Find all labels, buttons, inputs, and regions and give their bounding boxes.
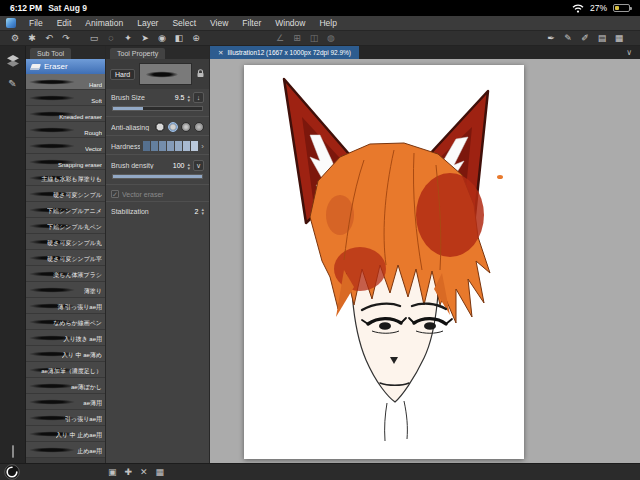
canvas[interactable] bbox=[244, 65, 524, 459]
subtool-item-label: 入り抜き ae用 bbox=[63, 335, 102, 344]
guide-icon[interactable]: ◍ bbox=[324, 32, 338, 45]
menu-item[interactable]: Window bbox=[268, 16, 312, 31]
workspace-icon[interactable]: ▦ bbox=[612, 32, 626, 45]
subtool-item-label: Rough bbox=[84, 130, 102, 136]
subtool-item-label: 入り 中 止めae用 bbox=[56, 431, 102, 440]
brush-density-stepper[interactable]: ▴▾ bbox=[187, 162, 190, 170]
clip-studio-logo-icon[interactable] bbox=[6, 18, 16, 28]
edge-toolbar: ✎ bbox=[0, 46, 26, 463]
subtool-item[interactable]: Hard bbox=[26, 74, 105, 90]
wrench-icon[interactable]: ⚙ bbox=[8, 32, 22, 45]
menu-item[interactable]: Filter bbox=[235, 16, 268, 31]
palette-grid-icon[interactable]: ▦ bbox=[156, 464, 165, 480]
subtool-item[interactable]: Rough bbox=[26, 122, 105, 138]
canvas-area[interactable] bbox=[210, 59, 640, 463]
object-move-icon[interactable]: ➤ bbox=[138, 32, 152, 45]
brush-size-slider[interactable] bbox=[112, 106, 203, 111]
hardness-expand-icon[interactable]: › bbox=[201, 142, 204, 151]
subtool-item[interactable]: なめらか線画ペン bbox=[26, 314, 105, 330]
subtool-item[interactable]: Vector bbox=[26, 138, 105, 154]
delete-subtool-icon[interactable]: ✕ bbox=[140, 464, 148, 480]
stabilization-stepper[interactable]: ▴▾ bbox=[201, 207, 204, 215]
clip-studio-paint-app: 6:12 PM Sat Aug 9 27% FileEditAnimationL… bbox=[0, 0, 640, 480]
menu-item[interactable]: Help bbox=[312, 16, 343, 31]
symmetry-icon[interactable]: ◫ bbox=[307, 32, 321, 45]
vector-eraser-checkbox[interactable]: ✓ bbox=[111, 190, 119, 198]
menu-item[interactable]: Layer bbox=[130, 16, 165, 31]
pencil-icon[interactable]: ✎ bbox=[561, 32, 575, 45]
brush-size-stepper[interactable]: ▴▾ bbox=[187, 94, 190, 102]
menu-item[interactable]: File bbox=[22, 16, 50, 31]
document-title: Illustration12 (1667 x 1000px 72dpi 92.9… bbox=[227, 49, 351, 56]
anti-aliasing-weak-button[interactable] bbox=[168, 122, 178, 132]
marquee-select-icon[interactable]: ▭ bbox=[87, 32, 101, 45]
undo-icon[interactable]: ↶ bbox=[42, 32, 56, 45]
tab-tool-property[interactable]: Tool Property bbox=[110, 48, 165, 59]
clock: 6:12 PM bbox=[10, 3, 42, 13]
eraser-icon bbox=[30, 64, 41, 70]
eyedropper-icon[interactable]: ◉ bbox=[155, 32, 169, 45]
document-tab[interactable]: ✕ Illustration12 (1667 x 1000px 72dpi 92… bbox=[210, 46, 359, 59]
menu-item[interactable]: Edit bbox=[50, 16, 79, 31]
subtool-item[interactable]: 入り抜き ae用 bbox=[26, 330, 105, 346]
grid-icon[interactable]: ⊞ bbox=[290, 32, 304, 45]
anti-aliasing-strong-button[interactable] bbox=[194, 122, 204, 132]
subtool-item[interactable]: 主線も水彩も厚塗りも bbox=[26, 170, 105, 186]
subtool-item[interactable]: 硬さ可変シンプル平 bbox=[26, 250, 105, 266]
hardness-slider[interactable] bbox=[143, 141, 198, 151]
subtool-item[interactable]: 薄 引っ張りae用 bbox=[26, 298, 105, 314]
pen-tool-icon[interactable]: ✎ bbox=[6, 77, 20, 91]
subtool-item-label: 主線も水彩も厚塗りも bbox=[41, 175, 102, 184]
battery-percent: 27% bbox=[590, 3, 607, 13]
panel-toggle-icon[interactable]: ▣ bbox=[108, 464, 117, 480]
anti-aliasing-middle-button[interactable] bbox=[181, 122, 191, 132]
subtool-item[interactable]: 楽ちん体液ブラシ bbox=[26, 266, 105, 282]
subtool-item[interactable]: ae薄加筆（濃度足し） bbox=[26, 362, 105, 378]
gesture-icon[interactable]: ✱ bbox=[25, 32, 39, 45]
brush-icon[interactable]: ✐ bbox=[578, 32, 592, 45]
menu-item[interactable]: Animation bbox=[78, 16, 130, 31]
pen-icon[interactable]: ✒ bbox=[544, 32, 558, 45]
subtool-item[interactable]: 入り 中 ae薄め bbox=[26, 346, 105, 362]
subtool-item-label: 薄 引っ張りae用 bbox=[57, 303, 102, 312]
subtool-item[interactable]: 止めae用 bbox=[26, 442, 105, 458]
tab-list-chevron-icon[interactable]: ∨ bbox=[626, 48, 632, 57]
lasso-select-icon[interactable]: ◌ bbox=[104, 32, 118, 45]
tab-sub-tool[interactable]: Sub Tool bbox=[30, 48, 71, 59]
subtool-item[interactable]: 下絵シンプルアニメ bbox=[26, 202, 105, 218]
zoom-tool-icon[interactable]: ⊕ bbox=[189, 32, 203, 45]
subtool-item[interactable]: 入り 中 止めae用 bbox=[26, 426, 105, 442]
subtool-item[interactable]: ae薄ぼかし bbox=[26, 378, 105, 394]
clip-studio-badge[interactable] bbox=[4, 464, 20, 480]
shortcut-bar-icon[interactable] bbox=[6, 445, 20, 459]
status-date: Sat Aug 9 bbox=[48, 3, 87, 13]
layer-palette-icon[interactable] bbox=[6, 54, 20, 68]
lock-icon[interactable] bbox=[196, 69, 205, 79]
redo-icon[interactable]: ↷ bbox=[59, 32, 73, 45]
close-document-icon[interactable]: ✕ bbox=[218, 49, 223, 57]
subtool-item[interactable]: 硬さ可変シンプル bbox=[26, 186, 105, 202]
anti-aliasing-options bbox=[155, 122, 204, 132]
anti-aliasing-none-button[interactable] bbox=[155, 122, 165, 132]
subtool-item-label: 薄塗り bbox=[84, 287, 102, 296]
menu-item[interactable]: View bbox=[203, 16, 235, 31]
paint-bucket-icon[interactable]: ◧ bbox=[172, 32, 186, 45]
add-subtool-icon[interactable]: ✚ bbox=[125, 464, 133, 480]
brush-size-options-button[interactable]: ↓ bbox=[193, 92, 204, 103]
menu-item[interactable]: Select bbox=[165, 16, 203, 31]
palette-dock-icon[interactable]: ▤ bbox=[595, 32, 609, 45]
subtool-item[interactable]: 薄塗り bbox=[26, 282, 105, 298]
subtool-item[interactable]: 引っ張りae用 bbox=[26, 410, 105, 426]
subtool-item[interactable]: 下絵シンプル丸ペン bbox=[26, 218, 105, 234]
subtool-item[interactable]: Soft bbox=[26, 90, 105, 106]
brush-density-options-button[interactable]: ∨ bbox=[193, 160, 204, 171]
subtool-item[interactable]: 硬さ可変シンプル丸 bbox=[26, 234, 105, 250]
subtool-item[interactable]: ae薄用 bbox=[26, 394, 105, 410]
selected-tool-header[interactable]: Eraser bbox=[26, 59, 105, 74]
brush-density-row: Brush density 100 ▴▾ ∨ bbox=[106, 157, 209, 172]
ruler-icon[interactable]: ∠ bbox=[273, 32, 287, 45]
brush-density-slider[interactable] bbox=[112, 174, 203, 179]
subtool-item[interactable]: Kneaded eraser bbox=[26, 106, 105, 122]
subtool-item[interactable]: Snapping eraser bbox=[26, 154, 105, 170]
magic-wand-icon[interactable]: ✦ bbox=[121, 32, 135, 45]
